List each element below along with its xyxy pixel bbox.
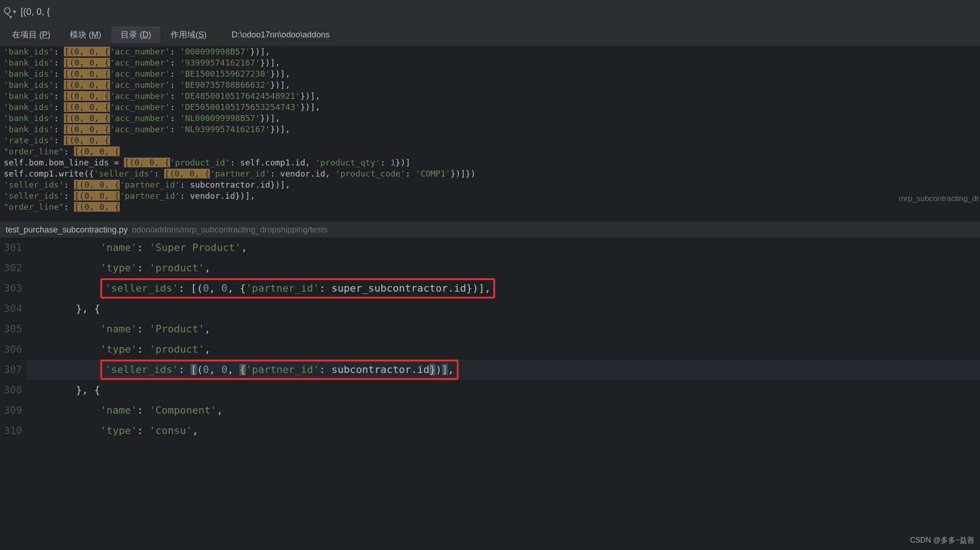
- code-line[interactable]: 'type': 'product',: [27, 339, 980, 360]
- scope-tab[interactable]: 目录 (D): [111, 26, 160, 43]
- code-line[interactable]: }, {: [27, 299, 980, 319]
- line-gutter: 301302303304305306307308309310: [0, 238, 27, 441]
- file-path: odoo/addons/mrp_subcontracting_dropshipp…: [132, 225, 327, 234]
- search-result-row[interactable]: 'bank_ids': [(0, 0, {'acc_number': '9399…: [4, 57, 976, 68]
- scope-tab[interactable]: 作用域(S): [161, 26, 216, 43]
- code-line[interactable]: 'name': 'Super Product',: [27, 238, 980, 258]
- search-result-row[interactable]: 'bank_ids': [(0, 0, {'acc_number': 'BE90…: [4, 79, 976, 91]
- search-result-row[interactable]: "order_line": [(0, 0, {: [4, 202, 976, 213]
- search-result-row[interactable]: self.comp1.write({'seller_ids': [(0, 0, …: [4, 168, 976, 179]
- search-result-row[interactable]: 'bank_ids': [(0, 0, {'acc_number': '0000…: [4, 46, 976, 57]
- search-result-row[interactable]: 'bank_ids': [(0, 0, {'acc_number': 'NL93…: [4, 124, 976, 135]
- code-line[interactable]: 'name': 'Component',: [27, 400, 980, 421]
- code-line[interactable]: 'seller_ids': [(0, 0, {'partner_id': sub…: [27, 360, 980, 380]
- search-result-row[interactable]: 'bank_ids': [(0, 0, {'acc_number': 'DE50…: [4, 102, 976, 113]
- search-input[interactable]: [16, 5, 976, 19]
- search-result-row[interactable]: self.bom.bom_line_ids = [(0, 0, {'produc…: [4, 157, 976, 168]
- code-line[interactable]: 'name': 'Product',: [27, 319, 980, 339]
- search-result-row[interactable]: 'seller_ids': [(0, 0, {'partner_id': sub…: [4, 179, 976, 190]
- scope-tab[interactable]: 在项目 (P): [3, 26, 60, 43]
- scope-path-input[interactable]: [226, 27, 977, 43]
- result-hint: mrp_subcontracting_dr: [899, 194, 979, 203]
- file-path-bar: test_purchase_subcontracting.py odoo/add…: [0, 222, 980, 238]
- search-icon[interactable]: Q▾: [4, 6, 14, 18]
- search-bar: Q▾ ▾: [0, 0, 980, 23]
- code-line[interactable]: 'type': 'consu',: [27, 421, 980, 441]
- search-options-chevron-icon[interactable]: ▾: [13, 8, 16, 15]
- search-result-row[interactable]: 'seller_ids': [(0, 0, {'partner_id': ven…: [4, 190, 976, 202]
- scope-bar: 在项目 (P)模块 (M)目录 (D)作用域(S): [0, 23, 980, 46]
- code-line[interactable]: }, {: [27, 380, 980, 400]
- code-editor[interactable]: 301302303304305306307308309310 'name': '…: [0, 238, 980, 550]
- highlight-box: 'seller_ids': [(0, 0, {'partner_id': sup…: [100, 278, 496, 299]
- search-results[interactable]: 'bank_ids': [(0, 0, {'acc_number': '0000…: [0, 46, 980, 222]
- highlight-box: 'seller_ids': [(0, 0, {'partner_id': sub…: [100, 360, 459, 380]
- search-result-row[interactable]: 'bank_ids': [(0, 0, {'acc_number': 'BE15…: [4, 68, 976, 79]
- search-result-row[interactable]: 'bank_ids': [(0, 0, {'acc_number': 'DE48…: [4, 91, 976, 102]
- file-name: test_purchase_subcontracting.py: [6, 225, 128, 234]
- search-result-row[interactable]: "order_line": [(0, 0, {: [4, 146, 976, 157]
- scope-tab[interactable]: 模块 (M): [61, 26, 110, 43]
- search-result-row[interactable]: 'rate_ids': [(0, 0, {: [4, 135, 976, 146]
- code-line[interactable]: 'seller_ids': [(0, 0, {'partner_id': sup…: [27, 278, 980, 299]
- code-line[interactable]: 'type': 'product',: [27, 258, 980, 278]
- watermark: CSDN @多多~益善: [910, 536, 974, 545]
- search-result-row[interactable]: 'bank_ids': [(0, 0, {'acc_number': 'NL00…: [4, 113, 976, 124]
